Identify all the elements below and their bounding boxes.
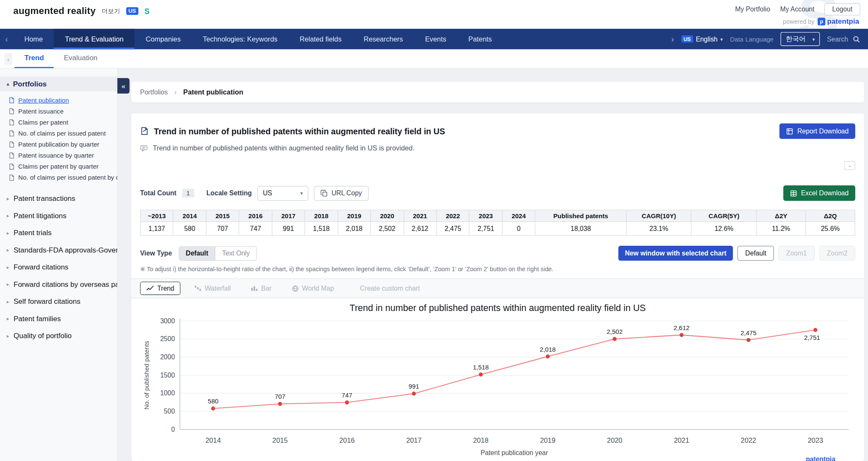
- chart-type-trend-button[interactable]: Trend: [140, 282, 180, 295]
- triangle-right-icon: ▸: [7, 264, 9, 270]
- sidebar-section-portfolios[interactable]: ▴ Portfolios: [0, 76, 117, 91]
- sidebar-item[interactable]: Claims per patent: [0, 117, 117, 128]
- data-language-select[interactable]: 한국어 ▾: [781, 32, 820, 46]
- sidebar-section[interactable]: ▸ Self forward citations: [0, 293, 117, 310]
- svg-text:747: 747: [342, 392, 352, 399]
- patentpia-logo-text: patentpia: [827, 17, 859, 25]
- sidebar-section[interactable]: ▸ Patent trials: [0, 224, 117, 241]
- summary-cell: 11.2%: [757, 222, 806, 236]
- nav-item[interactable]: Trend & Evaluation: [54, 29, 135, 49]
- sidebar-item[interactable]: No. of claims per issued patent by qua…: [0, 172, 117, 183]
- document-icon: [8, 130, 15, 137]
- summary-column-header: CAGR(5Y): [691, 210, 757, 222]
- data-language-label: Data Language: [730, 36, 773, 42]
- chart-title: Trend in number of published patents wit…: [140, 303, 855, 313]
- create-custom-chart-button[interactable]: Create custom chart: [360, 284, 420, 292]
- locale-setting-label: Locale Setting: [206, 189, 252, 197]
- sidebar-item[interactable]: Patent publication by quarter: [0, 139, 117, 150]
- svg-text:2020: 2020: [607, 436, 622, 444]
- subtab[interactable]: Trend: [14, 49, 54, 68]
- view-type-option[interactable]: Default: [179, 247, 216, 260]
- sidebar-item[interactable]: Patent publication: [0, 94, 117, 106]
- sidebar-collapse-button[interactable]: «: [117, 78, 130, 94]
- chart-type-worldmap-button[interactable]: World Map: [285, 282, 340, 295]
- chart-type-bar-button[interactable]: Bar: [245, 282, 278, 295]
- triangle-right-icon: ▸: [7, 281, 9, 287]
- excel-download-button[interactable]: Excel Download: [783, 186, 855, 201]
- my-account-link[interactable]: My Account: [780, 6, 815, 13]
- svg-text:2017: 2017: [406, 436, 421, 444]
- summary-cell: 747: [239, 222, 272, 236]
- patentpia-logo[interactable]: p patentpia: [818, 17, 859, 25]
- nav-scroll-right-icon[interactable]: ›: [671, 34, 674, 44]
- nav-item[interactable]: Technologies: Keywords: [192, 29, 288, 49]
- chart-brand-credit[interactable]: patentpia: [806, 455, 835, 461]
- search-icon: [852, 35, 860, 43]
- summary-column-header: 2017: [272, 210, 305, 222]
- zoom2-button[interactable]: Zoom2: [819, 246, 855, 261]
- summary-cell: 2,751: [469, 222, 502, 236]
- document-icon: [8, 152, 15, 159]
- nav-item[interactable]: Researchers: [353, 29, 414, 49]
- svg-text:1500: 1500: [160, 372, 175, 379]
- summary-column-header: 2021: [403, 210, 437, 222]
- panel-collapse-button[interactable]: ⌄: [844, 161, 855, 170]
- nav-item[interactable]: Companies: [135, 29, 192, 49]
- main-content: Portfolios › Patent publication Trend in…: [118, 69, 868, 461]
- sidebar-section[interactable]: ▸ Forward citations: [0, 258, 117, 275]
- svg-text:2,502: 2,502: [606, 328, 623, 335]
- subtab-collapse-icon[interactable]: ‹: [4, 53, 12, 65]
- sidebar-section[interactable]: ▸ Patent litigations: [0, 207, 117, 224]
- zoom1-button[interactable]: Zoom1: [779, 246, 815, 261]
- summary-cell: 2,475: [437, 222, 470, 236]
- sidebar-section[interactable]: ▸ Patent families: [0, 310, 117, 327]
- sidebar-item[interactable]: No. of claims per issued patent: [0, 128, 117, 139]
- breadcrumb-root[interactable]: Portfolios: [140, 88, 167, 96]
- subtab[interactable]: Evaluation: [54, 49, 107, 68]
- search-control[interactable]: Search: [827, 35, 860, 43]
- world-map-icon: [292, 285, 299, 292]
- report-download-button[interactable]: Report Download: [779, 123, 855, 139]
- svg-text:1,518: 1,518: [473, 364, 489, 371]
- nav-item[interactable]: Related fields: [289, 29, 353, 49]
- svg-text:2023: 2023: [808, 436, 823, 444]
- panel-title: Trend in number of published patents wit…: [154, 126, 445, 136]
- sidebar-item[interactable]: Patent issuance: [0, 106, 117, 117]
- view-type-option[interactable]: Text Only: [215, 247, 256, 260]
- triangle-right-icon: ▸: [7, 299, 9, 304]
- nav-item[interactable]: Events: [414, 29, 457, 49]
- app-header: S augmented reality 더보기 US S My Portfoli…: [0, 0, 868, 29]
- sidebar-section[interactable]: ▸ Quality of portfolio: [0, 327, 117, 344]
- search-placeholder: Search: [827, 35, 848, 43]
- sidebar-section[interactable]: ▸ Patent transactions: [0, 190, 117, 207]
- zoom-default-button[interactable]: Default: [737, 246, 774, 261]
- more-link[interactable]: 더보기: [102, 7, 120, 15]
- document-icon: [8, 97, 15, 104]
- new-window-button[interactable]: New window with selected chart: [618, 246, 733, 261]
- sidebar-section[interactable]: ▸ Standards-FDA approvals-Govern…: [0, 241, 117, 258]
- trend-line-chart[interactable]: 0500100015002000250030002014201520162017…: [140, 314, 855, 457]
- data-language-value: 한국어: [786, 34, 806, 44]
- svg-text:2019: 2019: [540, 436, 555, 444]
- url-copy-button[interactable]: URL Copy: [314, 186, 368, 200]
- sidebar-section[interactable]: ▸ Forward citations by overseas pat…: [0, 275, 117, 292]
- ui-language-selector[interactable]: US English ▾: [681, 35, 723, 43]
- summary-cell: 12.6%: [691, 222, 757, 236]
- triangle-right-icon: ▸: [7, 333, 9, 339]
- copy-icon: [320, 189, 328, 197]
- nav-item[interactable]: Patents: [457, 29, 503, 49]
- total-count-badge: 1: [182, 189, 194, 197]
- my-portfolio-link[interactable]: My Portfolio: [735, 6, 770, 13]
- document-icon: [8, 163, 15, 170]
- locale-setting-select[interactable]: US ▾: [257, 186, 308, 200]
- triangle-right-icon: ▸: [7, 247, 9, 253]
- trend-line-icon: [146, 285, 154, 292]
- nav-scroll-left-icon[interactable]: ‹: [0, 29, 13, 49]
- sidebar-item[interactable]: Claims per patent by quarter: [0, 161, 117, 172]
- logout-button[interactable]: Logout: [824, 3, 860, 16]
- nav-item[interactable]: Home: [13, 29, 54, 49]
- chart-type-waterfall-button[interactable]: Waterfall: [188, 282, 237, 295]
- sidebar-item[interactable]: Patent issuance by quarter: [0, 150, 117, 161]
- caret-down-icon: ▾: [300, 190, 303, 196]
- waterfall-icon: [194, 285, 201, 292]
